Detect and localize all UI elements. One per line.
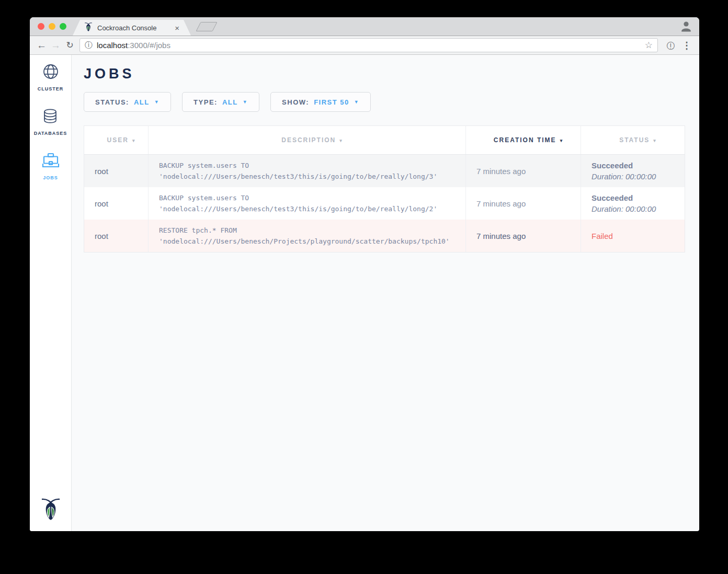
- user-cell: root: [84, 220, 149, 252]
- sidebar-item-databases[interactable]: DATABASES: [34, 107, 67, 136]
- status-badge: Succeeded: [592, 192, 685, 203]
- table-row: root BACKUP system.users TO 'nodelocal:/…: [84, 155, 685, 187]
- filter-label: STATUS:: [95, 98, 129, 106]
- browser-window: Cockroach Console × ← → ↻ ⓘ localhost:30…: [30, 17, 699, 531]
- url-text[interactable]: localhost:3000/#/jobs: [97, 41, 170, 50]
- back-icon[interactable]: ←: [35, 38, 49, 52]
- status-badge: Failed: [592, 231, 685, 242]
- cockroach-logo-icon: [40, 497, 61, 523]
- chevron-down-icon: ▼: [243, 99, 248, 105]
- status-filter-dropdown[interactable]: STATUS: ALL ▼: [84, 92, 171, 112]
- sidebar-item-label: CLUSTER: [38, 86, 64, 91]
- sidebar-item-label: JOBS: [43, 175, 58, 180]
- column-header-label: DESCRIPTION: [281, 136, 336, 144]
- user-cell: root: [84, 187, 149, 220]
- cockroach-favicon-icon: [84, 22, 93, 34]
- description-cell: BACKUP system.users TO 'nodelocal:///Use…: [149, 155, 466, 187]
- description-cell: RESTORE tpch.* FROM 'nodelocal:///Users/…: [149, 220, 466, 252]
- description-line2: 'nodelocal:///Users/benesch/test3/this/i…: [159, 203, 465, 214]
- user-cell: root: [84, 155, 149, 187]
- status-cell: Succeeded Duration: 00:00:00: [581, 155, 685, 187]
- sort-caret-icon: ▾: [560, 138, 564, 143]
- sort-caret-icon: ▾: [132, 138, 136, 143]
- filter-label: TYPE:: [194, 98, 218, 106]
- filter-value: FIRST 50: [314, 98, 349, 106]
- column-header-label: USER: [107, 136, 129, 144]
- browser-toolbar: ← → ↻ ⓘ localhost:3000/#/jobs ☆ ⓘ ⋮: [30, 36, 699, 55]
- status-cell: Failed: [581, 220, 685, 252]
- tab-title: Cockroach Console: [97, 24, 156, 32]
- table-row: root BACKUP system.users TO 'nodelocal:/…: [84, 187, 685, 220]
- minimize-window-button[interactable]: [49, 23, 55, 30]
- briefcase-icon: [41, 152, 60, 171]
- jobs-table: USER ▾ DESCRIPTION ▾ CREATION TIME ▾ STA…: [84, 125, 685, 252]
- status-cell: Succeeded Duration: 00:00:00: [581, 187, 685, 220]
- filter-bar: STATUS: ALL ▼ TYPE: ALL ▼ SHOW: FIRST 50…: [84, 92, 699, 112]
- profile-icon[interactable]: [680, 20, 692, 35]
- address-bar[interactable]: ⓘ localhost:3000/#/jobs ☆: [79, 38, 658, 52]
- extension-icon[interactable]: ⓘ: [666, 40, 675, 51]
- creation-time-cell: 7 minutes ago: [466, 220, 581, 252]
- database-icon: [41, 107, 59, 127]
- url-path: :3000/#/jobs: [128, 41, 170, 50]
- sidebar: CLUSTER DATABASES: [30, 55, 72, 531]
- cockroach-console: CLUSTER DATABASES: [30, 55, 699, 531]
- sort-caret-icon: ▾: [653, 138, 657, 143]
- table-header-row: USER ▾ DESCRIPTION ▾ CREATION TIME ▾ STA…: [84, 126, 685, 155]
- creation-time-cell: 7 minutes ago: [466, 155, 581, 187]
- browser-tab[interactable]: Cockroach Console ×: [73, 20, 191, 36]
- page-title: JOBS: [84, 66, 699, 81]
- sidebar-item-jobs[interactable]: JOBS: [41, 152, 60, 180]
- description-line2: 'nodelocal:///Users/benesch/Projects/pla…: [159, 236, 465, 247]
- creation-time-cell: 7 minutes ago: [466, 187, 581, 220]
- sort-caret-icon: ▾: [339, 138, 343, 143]
- chevron-down-icon: ▼: [154, 99, 160, 105]
- reload-icon[interactable]: ↻: [63, 38, 77, 52]
- description-cell: BACKUP system.users TO 'nodelocal:///Use…: [149, 187, 466, 220]
- close-tab-icon[interactable]: ×: [175, 24, 179, 32]
- page-info-icon[interactable]: ⓘ: [85, 40, 93, 50]
- bookmark-star-icon[interactable]: ☆: [645, 40, 653, 51]
- filter-value: ALL: [134, 98, 150, 106]
- filter-label: SHOW:: [282, 98, 309, 106]
- forward-icon: →: [49, 38, 63, 52]
- column-header-creation-time[interactable]: CREATION TIME ▾: [466, 126, 581, 154]
- type-filter-dropdown[interactable]: TYPE: ALL ▼: [182, 92, 259, 112]
- globe-icon: [42, 63, 60, 83]
- new-tab-button[interactable]: [196, 22, 217, 31]
- column-header-status[interactable]: STATUS ▾: [581, 126, 685, 154]
- description-line2: 'nodelocal:///Users/benesch/test3/this/i…: [159, 171, 465, 182]
- description-line1: BACKUP system.users TO: [159, 192, 465, 203]
- filter-value: ALL: [222, 98, 238, 106]
- sidebar-item-cluster[interactable]: CLUSTER: [38, 63, 64, 91]
- show-filter-dropdown[interactable]: SHOW: FIRST 50 ▼: [270, 92, 371, 112]
- sidebar-item-label: DATABASES: [34, 131, 67, 136]
- status-badge: Succeeded: [592, 160, 685, 171]
- table-row: root RESTORE tpch.* FROM 'nodelocal:///U…: [84, 220, 685, 252]
- column-header-label: STATUS: [619, 136, 650, 144]
- description-line1: RESTORE tpch.* FROM: [159, 225, 465, 236]
- column-header-label: CREATION TIME: [494, 136, 556, 144]
- status-duration: Duration: 00:00:00: [592, 203, 685, 214]
- jobs-page: JOBS STATUS: ALL ▼ TYPE: ALL ▼ SHOW: FIR…: [72, 55, 699, 531]
- zoom-window-button[interactable]: [60, 23, 66, 30]
- status-duration: Duration: 00:00:00: [592, 171, 685, 182]
- overflow-menu-icon[interactable]: ⋮: [682, 40, 691, 51]
- close-window-button[interactable]: [38, 23, 44, 30]
- description-line1: BACKUP system.users TO: [159, 160, 465, 171]
- chevron-down-icon: ▼: [354, 99, 359, 105]
- url-host: localhost: [97, 41, 128, 50]
- column-header-user[interactable]: USER ▾: [84, 126, 149, 154]
- window-controls: [38, 23, 66, 30]
- column-header-description[interactable]: DESCRIPTION ▾: [149, 126, 466, 154]
- tab-strip: Cockroach Console ×: [30, 17, 699, 36]
